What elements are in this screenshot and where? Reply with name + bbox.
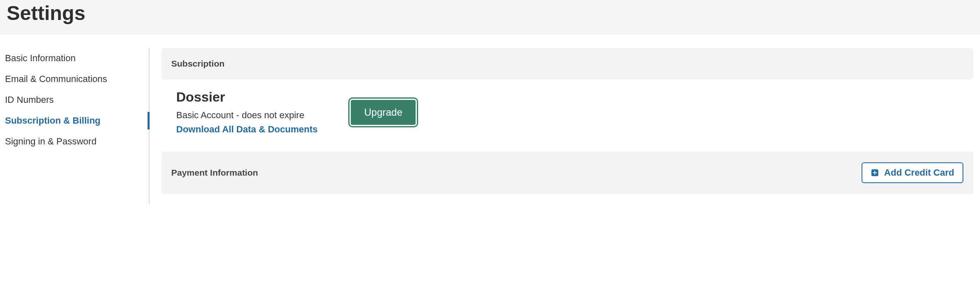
content-wrap: Basic Information Email & Communications…	[0, 35, 980, 204]
add-credit-card-button[interactable]: Add Credit Card	[862, 162, 963, 183]
upgrade-button[interactable]: Upgrade	[351, 100, 416, 125]
subscription-section-title: Subscription	[171, 59, 224, 68]
sidebar-item-label: Email & Communications	[5, 74, 107, 84]
settings-sidebar: Basic Information Email & Communications…	[0, 48, 150, 204]
payment-section-header: Payment Information Add Credit Card	[161, 152, 973, 194]
sidebar-item-label: Signing in & Password	[5, 136, 96, 147]
plus-square-icon	[871, 169, 879, 177]
add-credit-card-label: Add Credit Card	[884, 167, 954, 178]
sidebar-item-id-numbers[interactable]: ID Numbers	[5, 89, 149, 110]
sidebar-item-email-communications[interactable]: Email & Communications	[5, 69, 149, 89]
payment-section-title: Payment Information	[171, 168, 258, 178]
sidebar-item-subscription-billing[interactable]: Subscription & Billing	[5, 110, 149, 131]
download-all-data-link[interactable]: Download All Data & Documents	[176, 124, 318, 135]
product-name: Dossier	[176, 89, 318, 105]
sidebar-item-label: Subscription & Billing	[5, 115, 101, 126]
sidebar-item-label: Basic Information	[5, 53, 76, 63]
sidebar-item-signing-in-password[interactable]: Signing in & Password	[5, 131, 149, 152]
subscription-section-header: Subscription	[161, 48, 973, 79]
account-status: Basic Account - does not expire	[176, 110, 318, 121]
subscription-body: Dossier Basic Account - does not expire …	[161, 89, 973, 152]
sidebar-item-basic-information[interactable]: Basic Information	[5, 48, 149, 69]
subscription-info: Dossier Basic Account - does not expire …	[176, 89, 318, 135]
main-content: Subscription Dossier Basic Account - doe…	[150, 48, 980, 204]
header-band: Settings	[0, 0, 980, 35]
sidebar-item-label: ID Numbers	[5, 94, 54, 105]
page-title: Settings	[7, 0, 973, 25]
svg-rect-2	[873, 172, 877, 173]
